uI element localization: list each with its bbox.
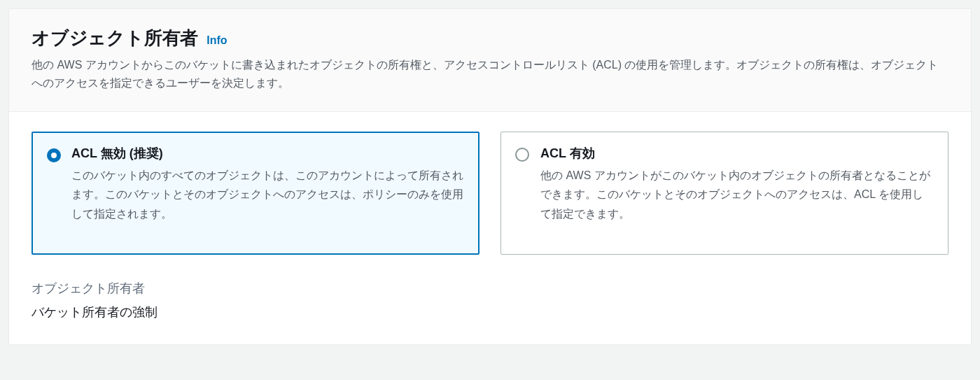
panel-description: 他の AWS アカウントからこのバケットに書き込まれたオブジェクトの所有権と、ア… (31, 56, 948, 92)
radio-icon (515, 148, 529, 162)
panel-title: オブジェクト所有者 (31, 26, 198, 50)
radio-icon (47, 148, 61, 162)
option-label: ACL 無効 (推奨) (71, 145, 465, 162)
option-description: このバケット内のすべてのオブジェクトは、このアカウントによって所有されます。この… (71, 166, 465, 223)
object-ownership-panel: オブジェクト所有者 Info 他の AWS アカウントからこのバケットに書き込ま… (8, 8, 972, 345)
panel-body: ACL 無効 (推奨) このバケット内のすべてのオブジェクトは、このアカウントに… (9, 112, 971, 344)
option-label: ACL 有効 (540, 145, 934, 162)
object-ownership-label: オブジェクト所有者 (31, 280, 948, 297)
object-ownership-value: バケット所有者の強制 (31, 304, 948, 321)
option-acl-disabled[interactable]: ACL 無効 (推奨) このバケット内のすべてのオブジェクトは、このアカウントに… (31, 132, 479, 255)
option-description: 他の AWS アカウントがこのバケット内のオブジェクトの所有者となることができま… (540, 166, 934, 223)
panel-title-row: オブジェクト所有者 Info (31, 26, 948, 50)
option-acl-enabled[interactable]: ACL 有効 他の AWS アカウントがこのバケット内のオブジェクトの所有者とな… (500, 132, 948, 255)
panel-header: オブジェクト所有者 Info 他の AWS アカウントからこのバケットに書き込ま… (9, 9, 971, 112)
options-grid: ACL 無効 (推奨) このバケット内のすべてのオブジェクトは、このアカウントに… (31, 132, 948, 255)
info-link[interactable]: Info (206, 34, 227, 47)
